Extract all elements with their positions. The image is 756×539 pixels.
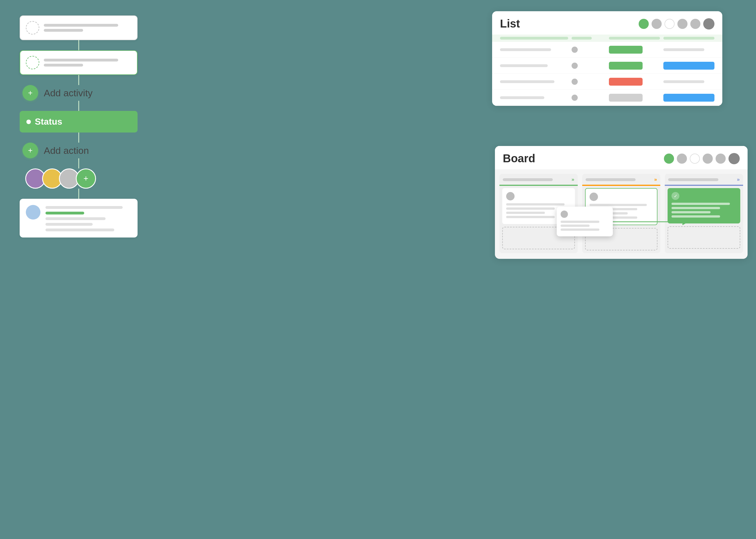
row-2-tag: [609, 62, 643, 70]
list-row-1[interactable]: [492, 42, 722, 58]
board-col-1-chevron: »: [571, 177, 574, 183]
list-row-2[interactable]: [492, 58, 722, 74]
view-button-2[interactable]: [664, 19, 675, 29]
board-title: Board: [503, 152, 535, 165]
detail-lines: [45, 205, 131, 231]
drag-card-line1: [561, 221, 599, 223]
board-col-3-title: [668, 178, 718, 181]
connector-3: [78, 101, 79, 111]
row-2-dot: [571, 63, 578, 69]
drag-card-avatar: [561, 210, 568, 218]
board-col-3-accent: [665, 185, 743, 186]
view-button-3[interactable]: [677, 19, 688, 29]
drag-card-line3: [561, 229, 599, 231]
board-view-button-3[interactable]: [703, 154, 713, 164]
board-col-1-header: »: [499, 174, 578, 185]
status-indicator: [27, 119, 31, 124]
add-activity-button[interactable]: +: [23, 85, 38, 101]
add-button[interactable]: [639, 19, 649, 29]
detail-line-green: [45, 212, 84, 214]
board-card-1-avatar: [506, 192, 515, 200]
board-col-3-header: »: [665, 174, 743, 185]
board-card-1-line1: [506, 203, 565, 205]
card-avatar-1: [26, 21, 39, 35]
card-line-title-1: [44, 24, 118, 27]
detail-line-3: [45, 223, 93, 226]
board-card-3-line3: [671, 211, 710, 213]
row-3-col1: [500, 80, 555, 83]
row-4-dot: [571, 95, 578, 101]
board-panel: Board »: [495, 146, 748, 259]
row-4-col1: [500, 96, 544, 99]
view-button-4[interactable]: [690, 19, 701, 29]
board-col-3-dropzone[interactable]: [668, 226, 740, 249]
list-title: List: [500, 17, 520, 30]
board-add-button[interactable]: [664, 154, 674, 164]
row-1-tag: [609, 46, 643, 54]
list-row-3[interactable]: [492, 74, 722, 90]
list-row-4[interactable]: [492, 90, 722, 106]
status-label: Status: [35, 116, 62, 127]
connector-1: [78, 40, 79, 50]
connector-6: [78, 189, 79, 199]
user-avatar: [703, 18, 715, 30]
card-line-sub-1: [44, 29, 83, 32]
assignee-row: +: [20, 169, 137, 189]
detail-card[interactable]: [20, 199, 137, 238]
detail-avatar: [26, 205, 40, 219]
card-line-title-2: [44, 59, 118, 61]
view-button-1[interactable]: [651, 19, 662, 29]
workflow-card-2[interactable]: [20, 50, 137, 75]
detail-line-2: [45, 217, 106, 220]
add-activity-label: Add activity: [44, 88, 93, 99]
drag-arrow-head: [682, 218, 689, 225]
row-4-meta: [663, 94, 715, 102]
board-user-avatar: [728, 153, 740, 164]
board-header: Board: [495, 146, 748, 169]
row-3-meta: [663, 80, 704, 83]
board-col-2-accent: [582, 185, 660, 186]
workflow-panel: + Add activity Status + Add action +: [17, 16, 140, 238]
board-card-1-line2: [506, 207, 555, 210]
row-4-tag: [609, 94, 643, 102]
workflow-card-1[interactable]: [20, 16, 137, 40]
board-col-2-chevron: »: [654, 177, 657, 183]
board-col-3-chevron: »: [737, 177, 740, 183]
board-col-2-title: [586, 178, 636, 181]
row-1-col1: [500, 48, 551, 51]
drag-card-line2: [561, 225, 589, 227]
board-view-button-2[interactable]: [690, 154, 700, 164]
board-col-2-header: »: [582, 174, 660, 185]
board-card-1-line3: [506, 212, 545, 214]
col-header-4: [663, 37, 715, 39]
list-header-controls: [639, 18, 715, 30]
row-2-meta: [663, 62, 715, 70]
add-assignee-button[interactable]: +: [76, 169, 96, 189]
add-action-label: Add action: [44, 145, 89, 156]
add-action-icon: +: [28, 146, 33, 155]
board-card-2-line1: [589, 204, 647, 206]
row-1-meta: [663, 48, 704, 51]
list-column-headers: [492, 35, 722, 42]
board-view-button-1[interactable]: [677, 154, 687, 164]
add-action-button[interactable]: +: [23, 143, 38, 158]
board-header-controls: [664, 153, 740, 164]
col-header-1: [500, 37, 568, 39]
board-card-1-line4: [506, 216, 555, 218]
col-header-2: [571, 37, 592, 39]
card-text-2: [44, 59, 131, 66]
board-columns: » »: [495, 169, 748, 259]
drag-card: [557, 207, 613, 236]
detail-line-4: [45, 229, 114, 231]
list-panel: List: [492, 11, 722, 106]
board-view-button-4[interactable]: [716, 154, 726, 164]
col-header-3: [609, 37, 660, 39]
row-3-tag: [609, 78, 643, 86]
detail-line-1: [45, 206, 123, 209]
board-card-3-line2: [671, 207, 720, 209]
connector-5: [78, 158, 79, 169]
status-button[interactable]: Status: [20, 111, 137, 132]
add-activity-icon: +: [28, 88, 33, 98]
board-card-2-avatar: [589, 193, 598, 201]
connector-4: [78, 132, 79, 143]
